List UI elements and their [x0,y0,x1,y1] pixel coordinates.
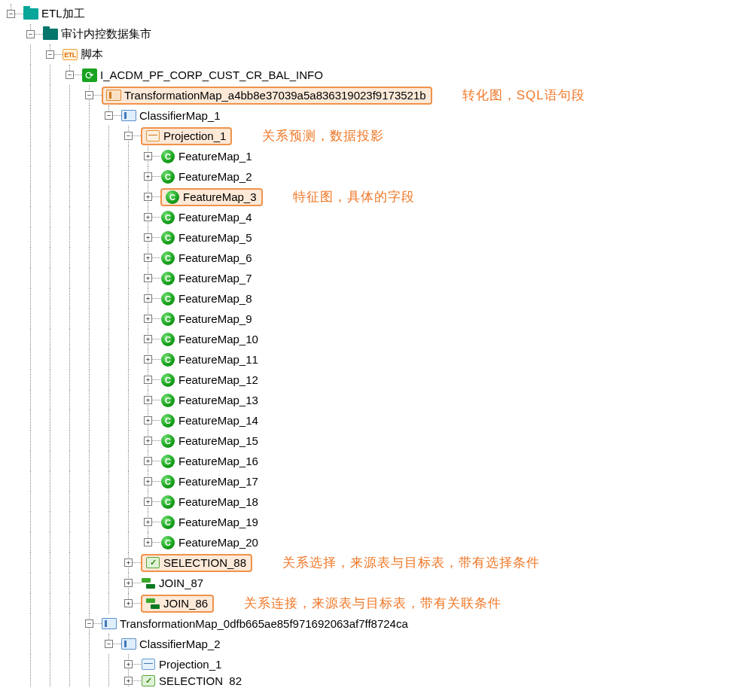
tree-node-feature[interactable]: + C FeatureMap_19 [4,512,734,532]
collapse-toggle[interactable]: − [85,91,93,99]
tree-node-feature[interactable]: + C FeatureMap_15 [4,431,734,451]
expand-toggle[interactable]: + [144,498,152,506]
collapse-toggle[interactable]: − [46,50,54,59]
tree-node-projection[interactable]: − Projection_1 关系预测，数据投影 [4,126,734,146]
collapse-toggle[interactable]: − [66,71,74,79]
expand-toggle[interactable]: + [144,396,152,404]
highlighted-node: ✓ SELECTION_88 [141,554,252,572]
tree-node[interactable]: − ETL 脚本 [4,44,734,65]
tree-node-feature[interactable]: + C FeatureMap_18 [4,492,734,512]
node-label: Projection_1 [162,129,227,142]
expand-toggle[interactable]: + [144,233,152,242]
node-label: SELECTION_82 [157,674,243,686]
transformation-map-icon [102,617,117,631]
expand-toggle[interactable]: + [124,558,133,567]
expand-toggle[interactable]: + [144,437,152,445]
expand-toggle[interactable]: + [144,416,152,425]
node-label: TransformationMap_0dfb665ae85f971692063a… [118,617,410,630]
tree-node-feature[interactable]: + C FeatureMap_17 [4,471,734,492]
expand-toggle[interactable]: + [144,457,152,465]
tree-node-feature[interactable]: + C FeatureMap_6 [4,248,734,268]
tree-node-selection[interactable]: + ✓ SELECTION_82 [4,674,734,686]
expand-toggle[interactable]: + [144,538,152,546]
tree-node-feature[interactable]: + C FeatureMap_3 特征图，具体的字段 [4,187,734,207]
tree-node-feature[interactable]: + C FeatureMap_5 [4,227,734,248]
collapse-toggle[interactable]: − [85,619,93,628]
feature-map-icon: C [160,475,175,488]
node-label: ETL加工 [40,7,87,21]
collapse-toggle[interactable]: − [7,10,15,18]
tree-node[interactable]: − ⟳ I_ACDM_PF_CORP_CUST_CR_BAL_INFO [4,65,734,85]
tree-node-feature[interactable]: + C FeatureMap_11 [4,349,734,370]
classifier-map-icon [121,638,136,651]
node-label: FeatureMap_1 [177,150,254,163]
tree-node[interactable]: − 审计内控数据集市 [4,24,734,44]
tree-node[interactable]: − ClassifierMap_2 [4,634,734,654]
expand-toggle[interactable]: + [144,518,152,526]
collapse-toggle[interactable]: − [105,111,113,120]
tree-node-feature[interactable]: + C FeatureMap_2 [4,166,734,187]
highlighted-node: TransformationMap_a4bb8e37039a5a83631902… [102,87,432,105]
feature-map-icon: C [160,292,175,306]
expand-toggle[interactable]: + [144,477,152,485]
tree-node-feature[interactable]: + C FeatureMap_10 [4,329,734,349]
node-label: FeatureMap_5 [177,231,254,244]
expand-toggle[interactable]: + [124,660,133,668]
feature-map-icon: C [160,251,175,265]
feature-map-icon: C [160,170,175,184]
expand-toggle[interactable]: + [144,213,152,221]
expand-toggle[interactable]: + [144,152,152,160]
tree-node-feature[interactable]: + C FeatureMap_12 [4,370,734,390]
node-label: FeatureMap_16 [177,455,260,467]
expand-toggle[interactable]: + [124,579,133,587]
expand-toggle[interactable]: + [124,677,133,685]
transformation-map-icon [106,89,121,102]
feature-map-icon: C [160,373,175,387]
tree-node-join[interactable]: + JOIN_86 关系连接，来源表与目标表，带有关联条件 [4,593,734,613]
tree-node-projection[interactable]: + Projection_1 [4,654,734,674]
expand-toggle[interactable]: + [144,172,152,181]
expand-toggle[interactable]: + [144,355,152,364]
expand-toggle[interactable]: + [144,254,152,262]
feature-map-icon: C [160,353,175,367]
tree-node[interactable]: − ClassifierMap_1 [4,105,734,126]
feature-map-icon: C [160,312,175,326]
tree-node-feature[interactable]: + C FeatureMap_14 [4,410,734,431]
feature-map-icon: C [160,150,175,163]
node-label: FeatureMap_20 [177,536,260,549]
tree-node-feature[interactable]: + C FeatureMap_1 [4,146,734,166]
folder-icon [43,28,58,41]
tree-node-join[interactable]: + JOIN_87 [4,573,734,593]
tree-node-feature[interactable]: + C FeatureMap_13 [4,390,734,410]
tree-node-transformation-map[interactable]: − TransformationMap_a4bb8e37039a5a836319… [4,85,734,105]
node-label: Projection_1 [157,658,223,671]
tree-node-feature[interactable]: + C FeatureMap_4 [4,207,734,227]
expand-toggle[interactable]: + [144,376,152,384]
tree-node-feature[interactable]: + C FeatureMap_8 [4,288,734,309]
expand-toggle[interactable]: + [144,335,152,343]
node-label: FeatureMap_11 [177,353,260,366]
feature-map-icon: C [160,414,175,428]
node-label: FeatureMap_17 [177,475,260,488]
tree-node-transformation-map[interactable]: − TransformationMap_0dfb665ae85f97169206… [4,613,734,634]
tree-node-feature[interactable]: + C FeatureMap_16 [4,451,734,471]
tree-node-selection[interactable]: + ✓ SELECTION_88 关系选择，来源表与目标表，带有选择条件 [4,552,734,573]
tree-node-feature[interactable]: + C FeatureMap_20 [4,532,734,552]
node-label: I_ACDM_PF_CORP_CUST_CR_BAL_INFO [99,68,325,81]
collapse-toggle[interactable]: − [26,30,35,38]
feature-map-icon: C [160,434,175,448]
node-label: FeatureMap_18 [177,495,260,508]
expand-toggle[interactable]: + [144,294,152,303]
expand-toggle[interactable]: + [144,274,152,282]
feature-map-icon: C [160,211,175,224]
selection-icon: ✓ [145,556,160,570]
expand-toggle[interactable]: + [144,315,152,323]
node-label: ClassifierMap_1 [138,109,222,122]
expand-toggle[interactable]: + [144,193,152,201]
collapse-toggle[interactable]: − [124,132,133,140]
tree-node-root[interactable]: − ETL加工 [4,4,734,24]
tree-node-feature[interactable]: + C FeatureMap_7 [4,268,734,288]
tree-node-feature[interactable]: + C FeatureMap_9 [4,309,734,329]
collapse-toggle[interactable]: − [105,640,113,648]
expand-toggle[interactable]: + [124,599,133,607]
